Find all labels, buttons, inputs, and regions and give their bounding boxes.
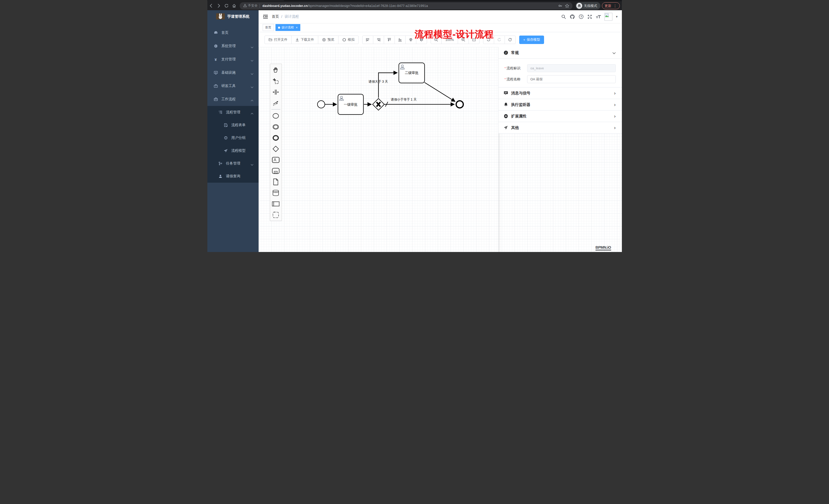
download-file-button[interactable]: 下载文件 [291, 36, 318, 44]
forward-icon[interactable] [215, 2, 223, 10]
address-bar[interactable]: 不安全 dashboard.yudao.iocoder.cn/bpm/manag… [240, 2, 573, 9]
flow-top-label: 请假大于 3 天 [368, 80, 388, 83]
browser-menu-icon[interactable]: ⋮ [613, 4, 617, 8]
sidebar-item-label: 支付管理 [221, 57, 236, 62]
fullscreen-icon[interactable] [587, 14, 593, 20]
flow-task2-to-end[interactable] [425, 82, 455, 102]
security-chip[interactable]: 不安全 [242, 4, 260, 8]
sidebar-item-label: 基础设施 [221, 70, 236, 75]
section-label: 其他 [511, 125, 519, 130]
redo-button[interactable] [494, 36, 505, 44]
required-asterisk: * [505, 66, 506, 70]
exclusive-gateway[interactable] [372, 99, 384, 110]
flow-gateway-to-task2[interactable] [379, 73, 397, 98]
warning-icon [243, 4, 247, 8]
flow-default-label: 请假小于等于 1 天 [391, 98, 417, 101]
task2-label: 二级审批 [405, 71, 419, 75]
section-other[interactable]: 其他 › [499, 122, 622, 133]
download-icon [295, 38, 299, 41]
process-name-input[interactable] [527, 75, 616, 83]
help-icon[interactable]: ? [578, 14, 584, 20]
avatar[interactable] [605, 13, 612, 21]
monitor-icon [214, 71, 218, 75]
section-extended-attrs[interactable]: 扩展属性 › [499, 111, 622, 122]
incognito-badge: 无痕模式 [576, 2, 600, 9]
avatar-caret-icon[interactable]: ▼ [615, 15, 618, 18]
sidebar-item-process-mgmt[interactable]: 流程管理 [207, 106, 259, 119]
chevron-up-icon [251, 98, 253, 102]
task1-label: 一级审批 [344, 103, 357, 107]
align-left-button[interactable] [362, 36, 373, 44]
key-icon[interactable] [557, 3, 563, 9]
search-icon[interactable] [561, 14, 567, 20]
open-file-button[interactable]: 打开文件 [264, 36, 292, 44]
sidebar-item-process-model[interactable]: 流程模型 [207, 144, 259, 157]
chevron-right-icon: › [614, 90, 615, 96]
preview-button[interactable]: 预览 [318, 36, 338, 44]
person-icon [218, 174, 222, 178]
back-icon[interactable] [207, 2, 215, 10]
url-text[interactable]: dashboard.yudao.iocoder.cn/bpm/manager/m… [262, 4, 557, 8]
chevron-right-icon: › [614, 125, 615, 130]
url-host: dashboard.yudao.iocoder.cn [262, 4, 308, 8]
sidebar-item-system[interactable]: 系统管理 [207, 39, 259, 53]
tag-label: 首页 [265, 25, 272, 30]
chevron-down-icon [251, 162, 253, 166]
tag-close-icon[interactable]: × [296, 26, 298, 30]
align-bottom-button[interactable] [395, 36, 405, 44]
bpmn-io-watermark[interactable]: BPMN.iO [596, 245, 611, 250]
screen: 不安全 dashboard.yudao.iocoder.cn/bpm/manag… [207, 0, 622, 252]
tag-home[interactable]: 首页 [263, 24, 274, 31]
sidebar-item-devtools[interactable]: 研发工具 [207, 79, 259, 92]
simulate-button[interactable]: 模拟 [338, 36, 359, 44]
chip-icon [342, 38, 346, 42]
section-label: 常规 [511, 50, 519, 55]
tree-list-icon [218, 110, 222, 114]
app-logo-row[interactable]: 芋道管理系统 [207, 10, 259, 23]
sidebar-item-workflow[interactable]: 工作流程 [207, 92, 259, 106]
sidebar-menu: 首页 系统管理 ¥ 支付管理 基础设施 [207, 26, 259, 183]
home-icon[interactable] [230, 2, 238, 10]
tag-active-dot [278, 27, 280, 29]
sidebar: 芋道管理系统 首页 系统管理 ¥ 支付管理 [207, 10, 259, 252]
section-execution-listener[interactable]: 执行监听器 › [499, 99, 622, 110]
start-event[interactable] [317, 101, 325, 108]
align-top-button[interactable] [384, 36, 395, 44]
align-left-icon [366, 38, 370, 42]
chevron-down-icon [251, 45, 253, 49]
chevron-right-icon: › [614, 102, 615, 108]
user-task-level1[interactable]: 一级审批 [338, 94, 363, 115]
sidebar-item-user-group[interactable]: 用户分组 [207, 131, 259, 144]
security-label: 不安全 [248, 4, 258, 8]
breadcrumb-home[interactable]: 首页 [272, 14, 279, 19]
url-path: /bpm/manager/model/design?modelId=e4a1a1… [308, 4, 428, 8]
header-bar: 首页 / 设计流程 ? ▼ [259, 10, 622, 23]
sidebar-item-infra[interactable]: 基础设施 [207, 66, 259, 79]
section-general[interactable]: i 常规 [499, 47, 622, 58]
github-icon[interactable] [570, 14, 575, 20]
app-title: 芋道管理系统 [227, 14, 250, 19]
sidebar-item-payment[interactable]: ¥ 支付管理 [207, 53, 259, 66]
end-event[interactable] [456, 101, 463, 108]
browser-chrome: 不安全 dashboard.yudao.iocoder.cn/bpm/manag… [207, 0, 622, 10]
tag-design-process[interactable]: 设计流程 × [276, 24, 300, 31]
collapse-sidebar-icon[interactable] [263, 14, 268, 20]
sidebar-item-task-mgmt[interactable]: 任务管理 [207, 157, 259, 170]
user-task-level2[interactable]: 二级审批 [399, 63, 424, 83]
reload-icon[interactable] [223, 2, 230, 10]
browser-update-button[interactable]: 更新 ⋮ [602, 2, 620, 9]
sidebar-item-home[interactable]: 首页 [207, 26, 259, 39]
folder-icon [268, 38, 273, 41]
align-right-button[interactable] [373, 36, 384, 44]
sidebar-item-leave-query[interactable]: 请假查询 [207, 170, 259, 183]
process-key-input[interactable] [527, 64, 616, 72]
save-model-button[interactable]: + 保存模型 [519, 36, 544, 44]
font-size-icon[interactable] [596, 14, 602, 20]
restart-button[interactable] [505, 36, 516, 44]
align-bottom-icon [398, 38, 402, 42]
refresh-icon [508, 38, 512, 42]
section-label: 执行监听器 [511, 102, 531, 107]
section-message-signal[interactable]: 消息与信号 › [499, 87, 622, 99]
bookmark-star-icon[interactable] [564, 3, 570, 9]
sidebar-item-process-form[interactable]: 流程表单 [207, 119, 259, 131]
